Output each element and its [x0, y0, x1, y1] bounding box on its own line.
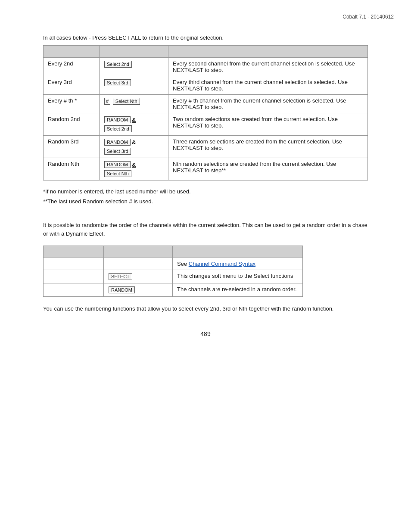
page-header: Cobalt 7.1 - 20140612	[342, 14, 394, 20]
select-2nd-button[interactable]: Select 2nd	[104, 61, 132, 68]
col-header-3	[168, 46, 368, 58]
select-3rd-button[interactable]: Select 3rd	[104, 79, 131, 86]
row-label: Random 3rd	[44, 136, 100, 158]
col-header-2	[100, 46, 168, 58]
random-button[interactable]: RANDOM	[104, 139, 131, 146]
row-description: Nth random selections are created from t…	[168, 158, 368, 180]
second-table: See Channel Command Syntax SELECT This c…	[43, 246, 303, 297]
table-row: Every 2nd Select 2nd Every second channe…	[44, 58, 368, 76]
table-row: RANDOM The channels are re-selected in a…	[44, 283, 303, 297]
footnote-1: *If no number is entered, the last used …	[43, 188, 368, 195]
select-3rd-button[interactable]: Select 3rd	[104, 148, 131, 155]
row-button-cell: RANDOM & Select 3rd	[100, 136, 168, 158]
section-paragraph: It is possible to randomize the order of…	[43, 221, 368, 238]
row-col2	[104, 258, 173, 270]
random-button[interactable]: RANDOM	[104, 116, 131, 123]
header-title: Cobalt 7.1 - 20140612	[342, 14, 394, 20]
table-row: Every 3rd Select 3rd Every third channel…	[44, 76, 368, 95]
table-row: Random Nth RANDOM & Select Nth Nth rando…	[44, 158, 368, 180]
table-row: Random 3rd RANDOM & Select 3rd Three ran…	[44, 136, 368, 158]
row-label: Random 2nd	[44, 113, 100, 136]
row-description: Two random selections are created from t…	[168, 113, 368, 136]
row-col2: RANDOM	[104, 283, 173, 297]
row-button-cell: RANDOM & Select 2nd	[100, 113, 168, 136]
ampersand: &	[132, 117, 136, 123]
row-button-cell: # Select Nth	[100, 95, 168, 113]
col-header-1	[44, 46, 100, 58]
table-row: SELECT This changes soft menu to the Sel…	[44, 270, 303, 283]
row-col1	[44, 258, 104, 270]
intro-text: In all cases below - Press SELECT ALL to…	[43, 34, 368, 41]
footnote-2: **The last used Random selection # is us…	[43, 198, 368, 205]
row-label: Random Nth	[44, 158, 100, 180]
select-nth-button[interactable]: Select Nth	[113, 98, 140, 105]
col2-header-3	[173, 246, 303, 258]
select-button[interactable]: SELECT	[109, 273, 132, 280]
row-col3: See Channel Command Syntax	[173, 258, 303, 270]
row-col3: The channels are re-selected in a random…	[173, 283, 303, 297]
random-button[interactable]: RANDOM	[109, 286, 135, 293]
row-button-cell: Select 2nd	[100, 58, 168, 76]
row-description: Every second channel from the current ch…	[168, 58, 368, 76]
hash-button[interactable]: #	[104, 98, 110, 105]
page-content: In all cases below - Press SELECT ALL to…	[0, 0, 411, 363]
main-table: Every 2nd Select 2nd Every second channe…	[43, 45, 368, 180]
row-description: Three random selections are created from…	[168, 136, 368, 158]
row-col3: This changes soft menu to the Select fun…	[173, 270, 303, 283]
row-col1	[44, 270, 104, 283]
row-button-cell: Select 3rd	[100, 76, 168, 95]
table-row: Every # th * # Select Nth Every # th cha…	[44, 95, 368, 113]
ampersand: &	[132, 139, 136, 146]
page-number: 489	[43, 330, 368, 337]
row-label: Every 2nd	[44, 58, 100, 76]
row-label: Every 3rd	[44, 76, 100, 95]
row-col1	[44, 283, 104, 297]
select-nth-button[interactable]: Select Nth	[104, 170, 131, 177]
random-button[interactable]: RANDOM	[104, 161, 131, 168]
last-paragraph: You can use the numbering functions that…	[43, 305, 368, 313]
select-2nd-button[interactable]: Select 2nd	[104, 125, 132, 132]
row-button-cell: RANDOM & Select Nth	[100, 158, 168, 180]
row-col2: SELECT	[104, 270, 173, 283]
ampersand: &	[132, 162, 136, 168]
table-row: Random 2nd RANDOM & Select 2nd Two rando…	[44, 113, 368, 136]
channel-command-syntax-link[interactable]: Channel Command Syntax	[189, 261, 255, 267]
col2-header-1	[44, 246, 104, 258]
row-description: Every # th channel from the current chan…	[168, 95, 368, 113]
table-row: See Channel Command Syntax	[44, 258, 303, 270]
row-description: Every third channel from the current cha…	[168, 76, 368, 95]
row-label: Every # th *	[44, 95, 100, 113]
col2-header-2	[104, 246, 173, 258]
